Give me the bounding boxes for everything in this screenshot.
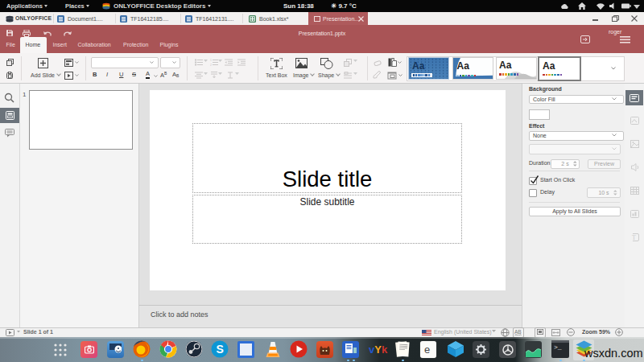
svg-text:1: 1 <box>210 59 212 62</box>
svg-text:AB: AB <box>514 329 522 335</box>
svg-text:2: 2 <box>210 64 212 66</box>
svg-text:T: T <box>632 234 636 241</box>
svg-text:S: S <box>217 343 224 356</box>
